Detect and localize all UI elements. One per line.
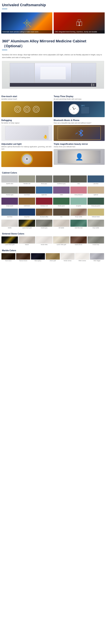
defogging-visual: 🤚	[1, 125, 52, 141]
cabinet-center-door	[34, 63, 72, 83]
sintered-swatch-venato-white	[36, 236, 52, 244]
color-swatch-deep-blue	[19, 208, 35, 216]
color-label-brushed-coffee: Brushed coffee	[40, 216, 48, 218]
feature-mirror-desc: clearly show your delicate face	[54, 146, 105, 148]
sintered-section: Sintered Stone Colors Lauren black gold …	[0, 231, 106, 248]
marble-swatch-venato-carrara	[61, 253, 75, 260]
cabinet-body	[10, 63, 96, 83]
color-label-rusty-marble: Rusty marble	[75, 216, 82, 218]
features-grid: One-touch start sensitive sensor touch ☀…	[0, 94, 106, 170]
marble-label-silver-dagger: Silver dagger	[93, 260, 100, 262]
feature-led-title: Adjustable Led light	[1, 143, 52, 145]
feature-bluetooth-title: Bluetooth Music & Phone	[54, 119, 105, 122]
medicine-description: frameless full mirror design, float high…	[2, 54, 104, 59]
feature-defogging-title: Defogging	[1, 119, 52, 122]
color-swatch-lake-blue	[87, 175, 104, 182]
color-item-deep-blue: Deep blue	[19, 208, 35, 218]
cabinet-color-row-2: Premium grey Sand black Apple blue Viole…	[1, 186, 105, 196]
color-swatch-shoals-green	[53, 198, 70, 205]
svg-text:9: 9	[70, 109, 71, 110]
color-item-sand-black: Sand black	[19, 186, 35, 196]
color-item-shoals-green: Shoals green	[53, 198, 70, 206]
svg-point-10	[79, 25, 80, 26]
color-swatch-gold-brown	[19, 198, 35, 205]
marble-color-grid: Burnt stone Titanium brown Black galaxy …	[1, 253, 105, 262]
color-item-h21: H21	[53, 208, 70, 218]
color-swatch-sand-black	[19, 186, 35, 194]
feature-defogging-desc: No bother of misty vapour	[1, 122, 52, 124]
sintered-label-martha-brown: Martha Brown	[75, 244, 82, 246]
color-label-h21: H21	[60, 216, 63, 218]
color-label-gika: Gika	[77, 183, 80, 184]
cabinet-color-row-3: Grape purple Gold brown Bordeaux red Sho…	[1, 198, 105, 206]
bluetooth-frame: ⌿	[58, 126, 101, 140]
color-label-gentleman-grey: Gentleman grey	[57, 183, 66, 184]
sensor-circle-2: ✦	[24, 106, 30, 112]
beauty-mirror-frame: 👤	[58, 150, 101, 164]
color-item-brushed-coffee: Brushed coffee	[36, 208, 52, 218]
clock-svg: 12 6 9 3	[69, 104, 79, 114]
color-label-shoals-green: Shoals green	[58, 205, 65, 206]
clock-face: 12 6 9 3	[69, 104, 79, 114]
feature-clock-title: Temp./Time Display	[54, 95, 105, 98]
craft-item-cnc: CNC integrated bend forming, seamless, s…	[54, 12, 105, 34]
cabinet-colors-title: Cabinet Colors	[1, 172, 105, 174]
color-item-rusty-marble: Rusty marble	[70, 208, 87, 218]
medicine-underline	[2, 50, 7, 50]
led-round-mirror: ✦	[21, 153, 33, 165]
sintered-color-grid: Lauren black gold Sharon Venato white La…	[1, 236, 105, 246]
color-item-gentleman-grey: Gentleman grey	[53, 175, 70, 184]
sensor-symbol-1: ☀	[17, 108, 18, 110]
color-label-grey-marble: Grey marble	[92, 227, 99, 229]
sensor-circle-3: ❄	[33, 106, 39, 112]
color-label-3d-marble: 3D Marble	[59, 227, 64, 229]
feature-mirror-title: Triple magnification beauty mirror	[54, 143, 105, 145]
color-swatch-cherry-blossom	[70, 186, 87, 194]
cabinet-colors-section: Cabinet Colors Sparkle silver Meridian a…	[0, 170, 106, 231]
cabinet-bottle-2	[93, 84, 94, 86]
color-label-bordeaux-red: Bordeaux red	[40, 205, 48, 206]
feature-item-led: Adjustable Led light delivers optimal il…	[1, 143, 52, 167]
sintered-label-lauren-white-gold: Lauren white gold	[57, 244, 66, 246]
color-label-grape-purple: Grape purple	[6, 205, 13, 206]
color-item-deep-gray-green: Deep gray green	[87, 198, 104, 206]
color-swatch-deep-gray-green	[87, 198, 104, 205]
sintered-item-sharon: Sharon	[19, 236, 35, 246]
medicine-section: 360° Aluminum Alloy Mirrored Medicine Ca…	[0, 36, 106, 94]
color-swatch-lake-blue-teak	[70, 220, 87, 227]
color-item-granite-grey: Granite grey	[36, 220, 52, 229]
color-item-yellowish-fabric: Yellowish fabric	[87, 208, 104, 218]
feature-bluetooth-image: ⌿	[54, 125, 105, 141]
cabinet-left-door	[10, 63, 34, 83]
color-label-premium-grey: Premium grey	[6, 194, 13, 196]
svg-line-6	[28, 24, 31, 27]
hand-icon: 🤚	[43, 134, 48, 139]
defogging-mirror: 🤚	[5, 126, 48, 140]
color-swatch-lauren-black-gold	[19, 220, 35, 227]
marble-item-silver-dagger: Silver dagger	[90, 253, 104, 262]
sintered-label-venato-white: Venato white	[41, 244, 47, 246]
color-swatch-granite-grey	[36, 220, 52, 227]
feature-defogging-image: 🤚	[1, 125, 52, 141]
svg-point-18	[74, 109, 74, 110]
marble-label-white-carrara: White Carrara	[79, 260, 86, 262]
sintered-title: Sintered Stone Colors	[1, 232, 105, 235]
craftsmanship-title: Unrivaled Craftsmanship	[0, 0, 106, 9]
marble-item-titanium-brown: Titanium brown	[16, 253, 30, 262]
color-label-meridian-ash: Meridian ash	[23, 183, 30, 184]
cabinet-color-row-5: Marble Lauren black gold Granite grey 3D…	[1, 220, 105, 229]
sensor-symbol-3: ❄	[35, 108, 37, 110]
color-label-bruce-grey: Bruce grey	[41, 183, 47, 184]
color-swatch-rusty-marble	[70, 208, 87, 216]
feature-item-mirror: Triple magnification beauty mirror clear…	[54, 143, 105, 167]
color-item-sand-blue: Sand blue	[1, 208, 18, 218]
feature-item-bluetooth: Bluetooth Music & Phone How can a beauti…	[54, 119, 105, 141]
color-swatch-gika	[70, 175, 87, 182]
marble-swatch-white-carrara	[75, 253, 89, 260]
color-item-3d-marble: 3D Marble	[53, 220, 70, 229]
color-item-premium-grey: Premium grey	[1, 186, 18, 196]
color-item-violet: Violet	[53, 186, 70, 196]
feature-sensor-desc: sensitive sensor touch	[1, 98, 52, 100]
feature-led-desc: delivers optimal illumination for makeup…	[1, 146, 52, 150]
sintered-swatch-lauren-white-gold	[53, 236, 70, 244]
